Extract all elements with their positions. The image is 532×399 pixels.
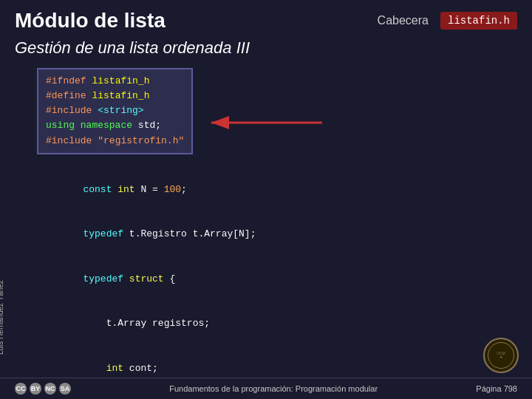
code-lower: const int N = 100; typedef t.Registro t.…: [37, 168, 517, 399]
code-lower-4: t.Array registros;: [37, 301, 517, 346]
author-label: Luis Hernández Yáñez: [0, 280, 4, 355]
code-area: #ifndef listafin_h #define listafin_h #i…: [15, 68, 517, 399]
cc-icon-1: CC: [15, 383, 27, 395]
code-box: #ifndef listafin_h #define listafin_h #i…: [37, 68, 193, 154]
code-lower-2: typedef t.Registro t.Array[N];: [37, 212, 517, 256]
subtitle: Gestión de una lista ordenada III: [15, 38, 517, 58]
cc-icon-2: BY: [30, 383, 41, 395]
code-lower-1: const int N = 100;: [37, 168, 517, 212]
code-line-1: #ifndef listafin_h: [46, 74, 184, 89]
arrow: [208, 112, 326, 138]
cabecera-label: Cabecera: [378, 14, 429, 27]
code-line-3: #include <string>: [46, 103, 184, 118]
badge: listafin.h: [440, 12, 517, 30]
cc-icon-3: NC: [44, 383, 56, 395]
footer-page: Página 798: [476, 384, 517, 393]
cc-icon-4: SA: [59, 383, 71, 395]
code-line-4: using namespace std;: [46, 118, 184, 133]
code-line-5: #include "registrofin.h": [46, 134, 184, 149]
footer: CC BY NC SA Fundamentos de la programaci…: [0, 378, 532, 399]
header-right: Cabecera listafin.h: [378, 12, 517, 30]
header: Módulo de lista Cabecera listafin.h: [0, 0, 532, 38]
cc-icons: CC BY NC SA: [15, 383, 71, 395]
footer-text: Fundamentos de la programación: Programa…: [71, 384, 476, 393]
code-line-2: #define listafin_h: [46, 89, 184, 103]
page-title: Módulo de lista: [15, 9, 166, 33]
main-content: Gestión de una lista ordenada III #ifnde…: [0, 38, 532, 399]
university-seal: UCM★: [483, 338, 519, 373]
code-lower-3: typedef struct {: [37, 257, 517, 301]
